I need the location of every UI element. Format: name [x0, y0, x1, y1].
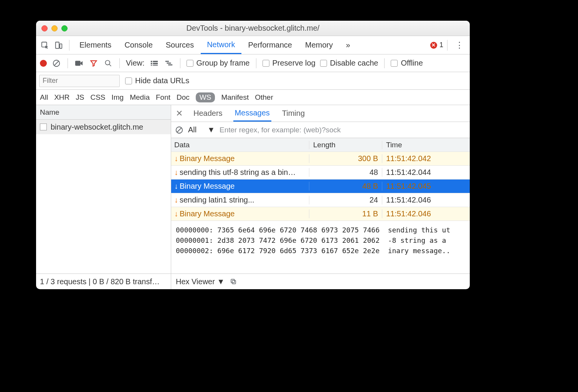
col-time[interactable]: Time: [382, 141, 470, 149]
large-rows-icon[interactable]: [149, 58, 159, 68]
messages-toolbar: All ▼ Enter regex, for example: (web)?so…: [171, 122, 470, 138]
error-count: 1: [439, 41, 443, 49]
tabs-overflow[interactable]: »: [340, 36, 356, 54]
tab-memory[interactable]: Memory: [299, 36, 339, 54]
typefilter-manifest[interactable]: Manifest: [221, 93, 249, 102]
message-data: Binary Message: [180, 154, 235, 163]
traffic-lights: [41, 25, 68, 31]
typefilter-xhr[interactable]: XHR: [54, 93, 69, 102]
view-label: View:: [126, 59, 145, 68]
tab-network[interactable]: Network: [201, 36, 241, 54]
message-time: 11:51:42.046: [382, 209, 470, 218]
arrow-down-icon: ↓: [174, 196, 178, 204]
message-length: 24: [309, 196, 382, 204]
message-data: sending latin1 string...: [180, 196, 254, 204]
typefilter-css[interactable]: CSS: [90, 93, 105, 102]
tab-messages[interactable]: Messages: [233, 105, 271, 122]
group-by-frame-checkbox[interactable]: Group by frame: [187, 59, 250, 68]
message-time: 11:51:42.045: [382, 182, 470, 191]
svg-rect-5: [75, 61, 81, 66]
col-length[interactable]: Length: [309, 141, 382, 149]
message-length: 48: [309, 168, 382, 177]
svg-rect-20: [231, 279, 235, 283]
messages-table: Data Length Time ↓Binary Message300 B11:…: [171, 138, 470, 221]
typefilter-other[interactable]: Other: [255, 93, 273, 102]
request-label: binary-websocket.glitch.me: [51, 123, 143, 132]
message-length: 300 B: [309, 154, 382, 163]
message-row[interactable]: ↓Binary Message300 B11:51:42.042: [171, 152, 470, 166]
messages-regex-input[interactable]: Enter regex, for example: (web)?sock: [220, 126, 466, 134]
record-button[interactable]: [40, 60, 47, 67]
minimize-window-button[interactable]: [51, 25, 58, 31]
window-title: DevTools - binary-websocket.glitch.me/: [36, 24, 470, 33]
close-window-button[interactable]: [41, 25, 48, 31]
devtools-window: DevTools - binary-websocket.glitch.me/ E…: [36, 21, 470, 289]
tab-performance[interactable]: Performance: [242, 36, 299, 54]
request-row[interactable]: binary-websocket.glitch.me: [36, 120, 171, 134]
typefilter-ws[interactable]: WS: [196, 92, 215, 102]
status-summary: 1 / 3 requests | 0 B / 820 B transf…: [36, 274, 171, 289]
svg-rect-13: [153, 65, 158, 66]
svg-rect-16: [168, 64, 172, 65]
device-toolbar-icon[interactable]: [52, 39, 65, 52]
zoom-window-button[interactable]: [61, 25, 68, 31]
hex-viewer-dropdown[interactable]: Hex Viewer ▼: [176, 277, 225, 286]
network-toolbar: View: Group by frame Preserve log Disabl…: [36, 54, 470, 72]
tab-headers[interactable]: Headers: [192, 105, 224, 122]
message-data: sending this utf-8 string as a bin…: [180, 168, 296, 177]
typefilter-font[interactable]: Font: [156, 93, 170, 102]
search-icon[interactable]: [103, 58, 113, 68]
filter-input[interactable]: [39, 75, 120, 87]
message-time: 11:51:42.044: [382, 168, 470, 177]
col-data[interactable]: Data: [171, 141, 309, 149]
clear-icon[interactable]: [51, 58, 61, 68]
disable-cache-checkbox[interactable]: Disable cache: [320, 59, 378, 68]
svg-line-18: [177, 128, 182, 132]
message-row[interactable]: ↓sending latin1 string...2411:51:42.046: [171, 193, 470, 207]
copy-icon[interactable]: [230, 278, 237, 285]
message-row[interactable]: ↓Binary Message48 B11:51:42.045: [171, 180, 470, 193]
message-time: 11:51:42.042: [382, 154, 470, 163]
tab-sources[interactable]: Sources: [160, 36, 200, 54]
svg-line-4: [54, 61, 59, 65]
filter-icon[interactable]: [89, 58, 99, 68]
arrow-down-icon: ↓: [174, 182, 178, 191]
svg-rect-15: [167, 63, 171, 64]
preserve-log-checkbox[interactable]: Preserve log: [263, 59, 315, 68]
message-data: Binary Message: [180, 182, 235, 191]
typefilter-img[interactable]: Img: [112, 93, 124, 102]
titlebar: DevTools - binary-websocket.glitch.me/: [36, 21, 470, 36]
split-view: Name binary-websocket.glitch.me ✕ Header…: [36, 105, 470, 274]
tab-timing[interactable]: Timing: [281, 105, 306, 122]
requests-pane: Name binary-websocket.glitch.me: [36, 105, 171, 273]
message-length: 48 B: [309, 182, 382, 191]
offline-checkbox[interactable]: Offline: [391, 59, 423, 68]
svg-rect-12: [150, 65, 152, 66]
typefilter-doc[interactable]: Doc: [177, 93, 190, 102]
typefilter-all[interactable]: All: [40, 93, 48, 102]
close-details-icon[interactable]: ✕: [176, 109, 183, 119]
arrow-down-icon: ↓: [174, 154, 178, 163]
chevron-down-icon: ▼: [207, 125, 215, 134]
message-row[interactable]: ↓Binary Message11 B11:51:42.046: [171, 207, 470, 221]
inspect-element-icon[interactable]: [38, 39, 51, 52]
error-badge[interactable]: ✕ 1: [430, 41, 443, 49]
name-column-header[interactable]: Name: [36, 105, 171, 120]
error-icon: ✕: [430, 42, 437, 49]
clear-messages-icon[interactable]: [175, 126, 183, 134]
svg-rect-11: [153, 63, 158, 64]
hide-data-urls-checkbox[interactable]: Hide data URLs: [125, 76, 189, 85]
message-data: Binary Message: [180, 209, 235, 218]
tab-elements[interactable]: Elements: [73, 36, 117, 54]
messages-filter-dropdown[interactable]: All ▼: [188, 125, 215, 134]
svg-rect-1: [56, 42, 59, 48]
tab-console[interactable]: Console: [118, 36, 159, 54]
typefilter-media[interactable]: Media: [130, 93, 150, 102]
message-row[interactable]: ↓sending this utf-8 string as a bin…4811…: [171, 166, 470, 180]
hex-viewer: 00000000: 7365 6e64 696e 6720 7468 6973 …: [171, 221, 470, 273]
svg-rect-14: [165, 61, 168, 62]
typefilter-js[interactable]: JS: [76, 93, 84, 102]
camera-icon[interactable]: [74, 58, 84, 68]
more-menu-icon[interactable]: ⋮: [451, 40, 467, 50]
waterfall-icon[interactable]: [164, 58, 174, 68]
